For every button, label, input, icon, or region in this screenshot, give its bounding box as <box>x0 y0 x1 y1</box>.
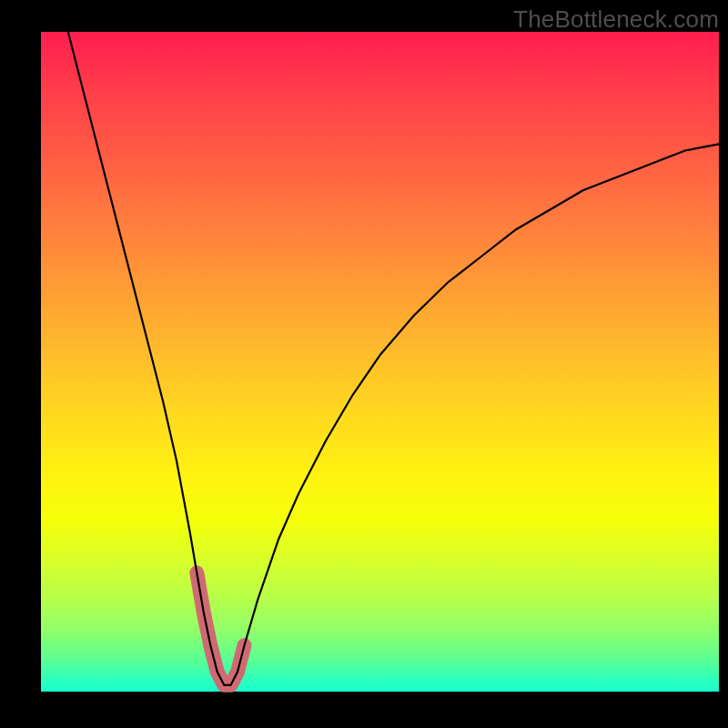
chart-frame: TheBottleneck.com <box>0 0 728 728</box>
plot-area <box>41 32 719 692</box>
curve-line <box>68 32 719 685</box>
watermark-text: TheBottleneck.com <box>513 5 719 34</box>
bottleneck-curve <box>41 32 719 692</box>
highlight-region <box>197 573 244 685</box>
